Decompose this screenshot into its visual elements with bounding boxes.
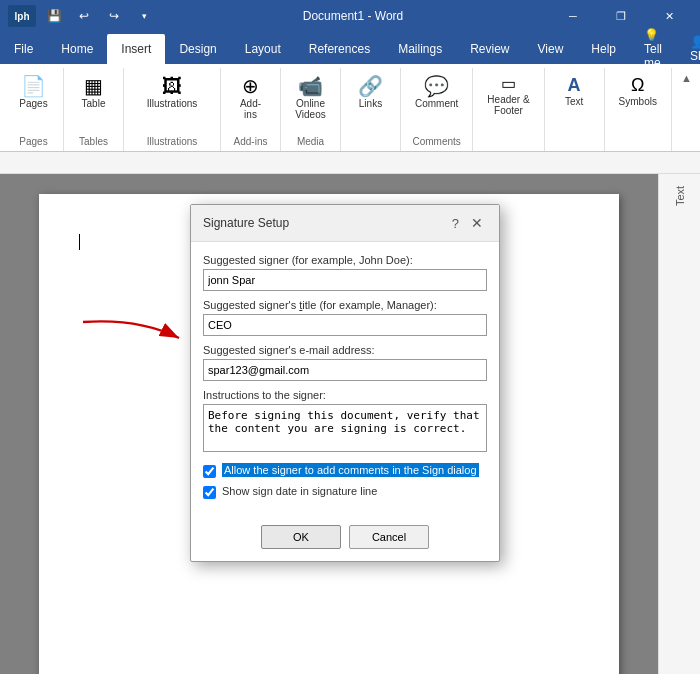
instructions-textarea[interactable]: Before signing this document, verify tha…: [203, 404, 487, 452]
ribbon-group-media: 📹 OnlineVideos Media: [281, 68, 341, 151]
cancel-button[interactable]: Cancel: [349, 525, 429, 549]
dialog-title: Signature Setup: [203, 216, 289, 230]
tab-layout[interactable]: Layout: [231, 34, 295, 64]
text-label: Text: [565, 96, 583, 107]
ribbon-group-addins: ⊕ Add-ins Add-ins: [221, 68, 281, 151]
dialog-title-bar: Signature Setup ? ✕: [191, 205, 499, 242]
addins-button[interactable]: ⊕ Add-ins: [231, 72, 271, 124]
ribbon-group-tables: ▦ Table Tables: [64, 68, 124, 151]
tab-mailings[interactable]: Mailings: [384, 34, 456, 64]
show-sign-date-label: Show sign date in signature line: [222, 484, 377, 498]
tab-design[interactable]: Design: [165, 34, 230, 64]
table-label: Table: [82, 98, 106, 109]
main-area: Signature Setup ? ✕ Suggested signer (fo…: [0, 174, 700, 674]
email-label: Suggested signer's e-mail address:: [203, 344, 487, 356]
ribbon-body: 📄 Pages Pages ▦ Table Tables 🖼 Illustrat…: [0, 64, 700, 152]
tab-share[interactable]: 👤 Share: [676, 34, 700, 64]
ribbon-group-pages: 📄 Pages Pages: [4, 68, 64, 151]
header-icon: ▭: [501, 76, 516, 92]
dialog-overlay: Signature Setup ? ✕ Suggested signer (fo…: [0, 174, 658, 674]
title-bar-controls: ─ ❐ ✕: [550, 0, 692, 32]
ribbon-group-header-footer: ▭ Header &Footer: [473, 68, 544, 151]
signer-input[interactable]: [203, 269, 487, 291]
dialog-title-actions: ? ✕: [452, 213, 487, 233]
ribbon-group-illustrations: 🖼 Illustrations Illustrations: [124, 68, 221, 151]
allow-comments-label: Allow the signer to add comments in the …: [222, 463, 479, 477]
pages-group-label: Pages: [19, 134, 47, 151]
dialog-close-button[interactable]: ✕: [467, 213, 487, 233]
comment-label: Comment: [415, 98, 458, 109]
signature-setup-dialog: Signature Setup ? ✕ Suggested signer (fo…: [190, 204, 500, 562]
text-icon: A: [568, 76, 581, 94]
show-sign-date-row: Show sign date in signature line: [203, 484, 487, 499]
email-input[interactable]: [203, 359, 487, 381]
addins-group-label: Add-ins: [234, 134, 268, 151]
signer-label: Suggested signer (for example, John Doe)…: [203, 254, 487, 266]
allow-comments-row: Allow the signer to add comments in the …: [203, 463, 487, 478]
links-label: Links: [359, 98, 382, 109]
table-icon: ▦: [84, 76, 103, 96]
dialog-body: Suggested signer (for example, John Doe)…: [191, 242, 499, 517]
media-group-label: Media: [297, 134, 324, 151]
table-button[interactable]: ▦ Table: [74, 72, 114, 113]
text-panel: Text: [658, 174, 700, 674]
tab-insert[interactable]: Insert: [107, 34, 165, 64]
restore-button[interactable]: ❐: [598, 0, 644, 32]
comment-button[interactable]: 💬 Comment: [409, 72, 464, 113]
undo-qat-button[interactable]: ↩: [72, 4, 96, 28]
illustrations-button[interactable]: 🖼 Illustrations: [132, 72, 212, 113]
link-icon: 🔗: [358, 76, 383, 96]
illustrations-group-label: Illustrations: [147, 134, 198, 151]
ribbon-group-links: 🔗 Links: [341, 68, 401, 151]
comment-icon: 💬: [424, 76, 449, 96]
symbols-icon: Ω: [631, 76, 644, 94]
ribbon-group-text: A Text: [545, 68, 605, 151]
instructions-label: Instructions to the signer:: [203, 389, 487, 401]
video-icon: 📹: [298, 76, 323, 96]
customize-qat-button[interactable]: ▾: [132, 4, 156, 28]
tab-home[interactable]: Home: [47, 34, 107, 64]
illustrations-label: Illustrations: [147, 98, 198, 109]
window-title: Document1 - Word: [156, 9, 550, 23]
addins-icon: ⊕: [242, 76, 259, 96]
title-bar: lph 💾 ↩ ↪ ▾ Document1 - Word ─ ❐ ✕: [0, 0, 700, 32]
title-label: Suggested signer's title (for example, M…: [203, 299, 487, 311]
text-button[interactable]: A Text: [554, 72, 594, 111]
save-qat-button[interactable]: 💾: [42, 4, 66, 28]
app-icon: lph: [8, 5, 36, 27]
tab-view[interactable]: View: [524, 34, 578, 64]
show-sign-date-checkbox[interactable]: [203, 486, 216, 499]
allow-comments-checkbox[interactable]: [203, 465, 216, 478]
pages-label: Pages: [19, 98, 47, 109]
minimize-button[interactable]: ─: [550, 0, 596, 32]
comments-group-label: Comments: [413, 134, 461, 151]
pages-icon: 📄: [21, 76, 46, 96]
redo-qat-button[interactable]: ↪: [102, 4, 126, 28]
collapse-ribbon-button[interactable]: ▲: [681, 72, 692, 84]
ruler: [0, 152, 700, 174]
links-button[interactable]: 🔗 Links: [351, 72, 391, 113]
ribbon-group-symbols: Ω Symbols: [605, 68, 672, 151]
title-input[interactable]: [203, 314, 487, 336]
header-footer-label: Header &Footer: [487, 94, 529, 116]
tab-help[interactable]: Help: [577, 34, 630, 64]
ok-button[interactable]: OK: [261, 525, 341, 549]
tab-review[interactable]: Review: [456, 34, 523, 64]
dialog-help-button[interactable]: ?: [452, 216, 459, 231]
ribbon-group-comments: 💬 Comment Comments: [401, 68, 473, 151]
online-videos-button[interactable]: 📹 OnlineVideos: [289, 72, 331, 124]
symbols-button[interactable]: Ω Symbols: [613, 72, 663, 111]
header-footer-button[interactable]: ▭ Header &Footer: [481, 72, 535, 120]
symbols-label: Symbols: [619, 96, 657, 107]
tab-references[interactable]: References: [295, 34, 384, 64]
addins-label: Add-ins: [240, 98, 261, 120]
tab-file[interactable]: File: [0, 34, 47, 64]
text-panel-text[interactable]: Text: [662, 178, 698, 214]
document-area: Signature Setup ? ✕ Suggested signer (fo…: [0, 174, 658, 674]
ribbon-tabs: File Home Insert Design Layout Reference…: [0, 32, 700, 64]
tables-group-label: Tables: [79, 134, 108, 151]
tab-tell-me[interactable]: 💡 Tell me: [630, 34, 676, 64]
illustrations-icon: 🖼: [162, 76, 182, 96]
pages-button[interactable]: 📄 Pages: [13, 72, 53, 113]
video-label: OnlineVideos: [295, 98, 325, 120]
